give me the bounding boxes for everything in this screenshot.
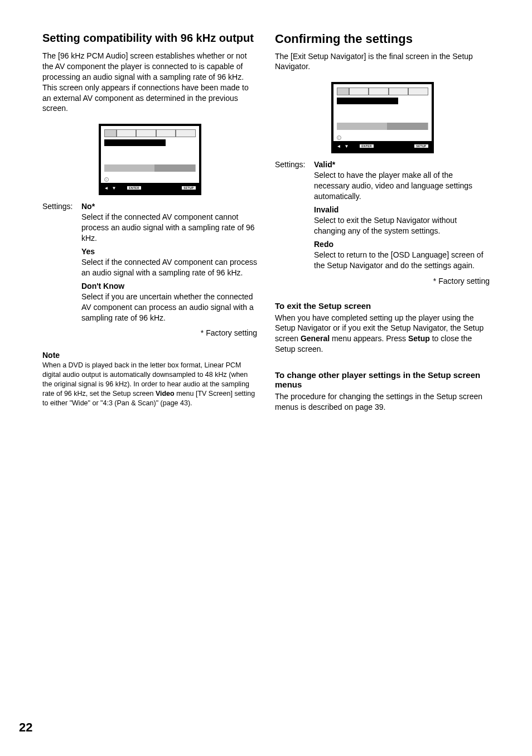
setup-button-graphic: SETUP [182,186,195,190]
info-icon: i [337,135,341,140]
option-desc: Select to return to the [OSD Language] s… [314,250,490,271]
page-number: 22 [19,720,32,735]
right-title: Confirming the settings [275,31,490,47]
option-title: Yes [81,247,257,256]
enter-button-graphic: ENTER [127,186,141,190]
osd-screenshot-left: i ◄ ▼ ENTER SETUP [99,124,201,195]
factory-note: * Factory setting [275,277,490,285]
option-title: Valid* [314,160,490,169]
left-title: Setting compatibility with 96 kHz output [42,31,257,45]
left-column: Setting compatibility with 96 kHz output… [42,31,257,416]
right-intro: The [Exit Setup Navigator] is the final … [275,51,490,72]
info-icon: i [104,177,109,182]
settings-label: Settings: [42,202,77,323]
enter-button-graphic: ENTER [360,144,373,148]
left-settings: Settings: No* Select if the connected AV… [42,202,257,323]
option-title: Redo [314,240,490,249]
factory-note: * Factory setting [42,328,257,337]
left-arrow-icon: ◄ [337,144,341,149]
right-settings: Settings: Valid* Select to have the play… [275,160,490,270]
note-title: Note [42,351,257,360]
osd-screenshot-right: i ◄ ▼ ENTER SETUP [331,82,434,153]
left-intro: The [96 kHz PCM Audio] screen establishe… [42,51,257,114]
option-title: No* [81,202,257,211]
exit-text: When you have completed setting up the p… [275,313,490,355]
note-text: When a DVD is played back in the letter … [42,361,257,408]
option-title: Don't Know [81,282,257,290]
change-head: To change other player settings in the S… [275,370,490,389]
option-title: Invalid [314,205,490,214]
change-text: The procedure for changing the settings … [275,391,490,413]
option-desc: Select to exit the Setup Navigator witho… [314,215,490,236]
exit-head: To exit the Setup screen [275,301,490,311]
down-arrow-icon: ▼ [112,186,116,191]
option-desc: Select to have the player make all of th… [314,170,490,202]
down-arrow-icon: ▼ [344,144,349,149]
option-desc: Select if you are uncertain whether the … [81,292,257,323]
setup-button-graphic: SETUP [414,144,428,148]
left-arrow-icon: ◄ [104,186,109,191]
option-desc: Select if the connected AV component can… [81,212,257,244]
option-desc: Select if the connected AV component can… [81,257,257,278]
settings-label: Settings: [275,160,309,270]
right-column: Confirming the settings The [Exit Setup … [275,31,490,416]
